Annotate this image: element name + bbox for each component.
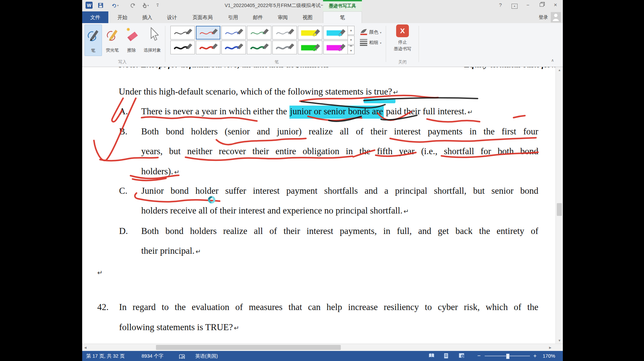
undo-button[interactable]: ▼ xyxy=(112,2,119,9)
ink-thickness-label: 粗细 xyxy=(369,40,378,45)
thick-green-pen-swatch[interactable] xyxy=(247,41,271,54)
thick-blue-pen-swatch[interactable] xyxy=(221,41,246,54)
option-c-line-1: Junior bond holder suffer interest payme… xyxy=(141,184,538,197)
close-button[interactable]: × xyxy=(550,1,560,9)
zoom-out-button[interactable]: − xyxy=(477,351,481,361)
thin-red-pen-swatch[interactable] xyxy=(196,26,220,40)
word-count[interactable]: 8934 个字 xyxy=(142,351,163,361)
tab-pen-active[interactable]: 笔 xyxy=(323,11,362,23)
print-layout-view-button[interactable] xyxy=(443,353,450,359)
web-layout-icon xyxy=(459,353,465,358)
select-objects-label: 选择对象 xyxy=(141,47,163,53)
pen-tool-label: 笔 xyxy=(85,48,102,54)
option-d-line-1: Both bond holders realize all of their i… xyxy=(141,224,538,238)
horizontal-scrollbar[interactable]: ◀ ▶ xyxy=(82,344,563,351)
page-info[interactable]: 第 17 页, 共 32 页 xyxy=(86,351,124,361)
gallery-scroll-up-button[interactable]: ▲ xyxy=(347,26,355,35)
avatar[interactable] xyxy=(551,12,561,22)
qat-customize-button[interactable]: ▼ xyxy=(154,2,161,9)
eraser-icon xyxy=(124,24,139,45)
save-button[interactable] xyxy=(97,2,104,9)
magenta-highlighter-swatch[interactable] xyxy=(323,41,348,54)
help-button[interactable]: ? xyxy=(495,1,505,9)
ribbon-display-options-button[interactable]: ▲ xyxy=(509,1,520,9)
group-label-close: 关闭 xyxy=(382,59,423,65)
web-layout-view-button[interactable] xyxy=(459,353,465,359)
pen-tool-button[interactable]: 笔 xyxy=(85,24,102,56)
thin-gray-pen-icon xyxy=(274,27,296,38)
touch-mode-button[interactable]: ▼ xyxy=(142,2,149,9)
tab-page-layout[interactable]: 页面布局 xyxy=(187,11,218,23)
zoom-level[interactable]: 170% xyxy=(543,351,555,361)
ink-color-button[interactable]: 颜色 ▼ xyxy=(359,28,382,36)
document-page[interactable]: Note: Except for defaults/survive, all a… xyxy=(82,67,555,344)
scroll-left-arrow-icon[interactable]: ◀ xyxy=(84,346,87,349)
proofing-status-button[interactable] xyxy=(179,353,185,361)
undo-icon xyxy=(112,3,117,8)
option-d-letter: D. xyxy=(119,224,128,238)
thin-gray-pen-swatch[interactable] xyxy=(272,26,297,40)
yellow-highlighter-swatch[interactable] xyxy=(298,26,322,40)
green-highlighter-swatch[interactable] xyxy=(298,41,322,54)
zoom-in-button[interactable]: + xyxy=(533,351,537,361)
cyan-highlighter-swatch[interactable] xyxy=(323,26,348,40)
stop-inking-button[interactable]: X 停止 墨迹书写 xyxy=(388,24,417,52)
thick-black-pen-swatch[interactable] xyxy=(170,41,195,54)
thin-blue-pen-swatch[interactable] xyxy=(221,26,246,40)
thin-black-pen-swatch[interactable] xyxy=(170,26,195,40)
vertical-scroll-thumb[interactable] xyxy=(557,203,562,216)
touch-mode-icon xyxy=(142,2,147,8)
select-cursor-icon xyxy=(146,24,159,45)
tab-mailings[interactable]: 邮件 xyxy=(247,11,269,23)
tab-home[interactable]: 开始 xyxy=(112,11,133,23)
eraser-tool-button[interactable]: 擦除 xyxy=(123,24,140,55)
thick-gray-pen-swatch[interactable] xyxy=(272,41,297,54)
tab-review[interactable]: 审阅 xyxy=(272,11,293,23)
group-label-pens: 笔 xyxy=(257,59,297,65)
sign-in-link[interactable]: 登录 xyxy=(539,11,548,23)
undo-caret-icon[interactable]: ▼ xyxy=(117,4,119,7)
return-mark-icon: ↵ xyxy=(393,88,398,96)
return-mark-icon: ↵ xyxy=(234,324,239,332)
pen-gallery xyxy=(170,26,348,54)
zoom-slider-thumb[interactable] xyxy=(506,354,509,359)
gallery-scroll-down-button[interactable]: ▼ xyxy=(347,36,355,45)
redo-button[interactable] xyxy=(129,2,137,9)
scroll-up-arrow-icon[interactable]: ▲ xyxy=(556,68,563,72)
language-status[interactable]: 英语(美国) xyxy=(195,351,218,361)
option-b-line-1: Both bond holders (senior and junior) re… xyxy=(141,125,538,138)
group-divider xyxy=(386,26,386,62)
return-mark-icon: ↵ xyxy=(196,248,201,255)
status-bar: 第 17 页, 共 32 页 8934 个字 英语(美国) − + 170% xyxy=(82,351,563,361)
highlighter-tool-button[interactable]: 荧光笔 xyxy=(103,24,122,55)
vertical-scrollbar[interactable]: ▲ ▼ xyxy=(555,67,563,344)
scroll-right-arrow-icon[interactable]: ▶ xyxy=(549,346,551,349)
thick-red-pen-swatch[interactable] xyxy=(196,41,220,54)
tab-insert[interactable]: 插入 xyxy=(137,11,158,23)
highlighter-tool-label: 荧光笔 xyxy=(103,47,122,53)
group-label-write: 写入 xyxy=(102,59,143,65)
proofing-error-icon xyxy=(179,354,185,360)
tab-references[interactable]: 引用 xyxy=(222,11,244,23)
touch-mode-caret-icon[interactable]: ▼ xyxy=(147,4,149,7)
gallery-more-button[interactable]: ▼ xyxy=(347,45,355,54)
scroll-down-arrow-icon[interactable]: ▼ xyxy=(556,339,563,342)
restore-button[interactable] xyxy=(537,1,547,9)
ink-color-label: 颜色 xyxy=(369,29,378,35)
user-silhouette-icon xyxy=(552,13,559,21)
minimize-button[interactable]: − xyxy=(523,1,533,9)
ink-thickness-button[interactable]: 粗细 ▼ xyxy=(359,39,382,46)
pen-icon xyxy=(86,25,100,46)
word-logo-icon[interactable]: W xyxy=(86,2,93,9)
tab-file[interactable]: 文件 xyxy=(82,11,108,23)
read-mode-view-button[interactable] xyxy=(428,353,435,359)
tab-view[interactable]: 视图 xyxy=(297,11,318,23)
select-objects-button[interactable]: 选择对象 xyxy=(141,24,163,55)
thin-green-pen-swatch[interactable] xyxy=(247,26,271,40)
stop-inking-label-2: 墨迹书写 xyxy=(388,46,417,52)
option-c-letter: C. xyxy=(119,184,127,197)
collapse-ribbon-button[interactable]: ∧ xyxy=(551,58,554,63)
restore-icon xyxy=(540,3,544,7)
tab-design[interactable]: 设计 xyxy=(161,11,183,23)
horizontal-scroll-thumb[interactable] xyxy=(156,345,341,350)
